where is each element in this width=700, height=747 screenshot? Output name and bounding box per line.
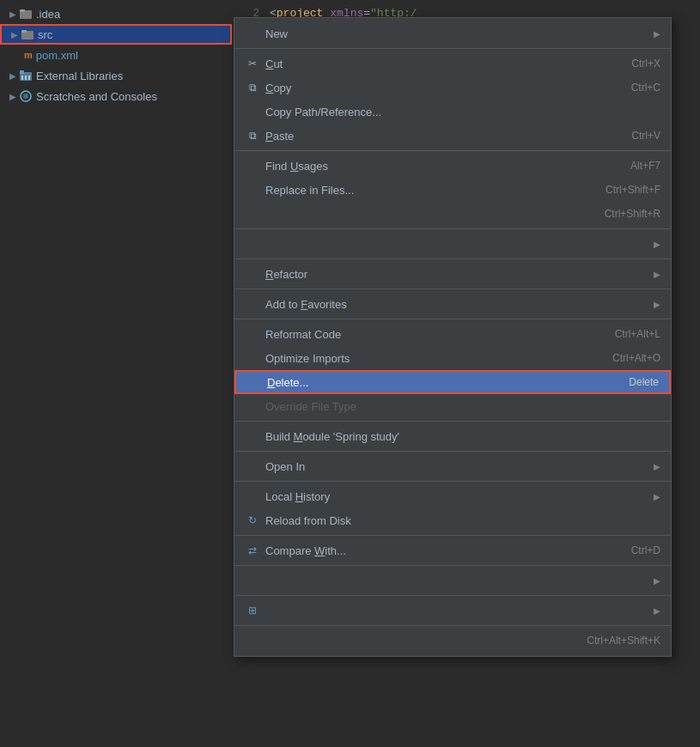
sidebar-label-idea: .idea xyxy=(36,8,60,21)
maven-icon: m xyxy=(24,50,33,60)
menu-label-new: New xyxy=(265,27,650,40)
menu-label-refactor: Refactor xyxy=(265,268,650,281)
compare-shortcut: Ctrl+D xyxy=(631,544,660,556)
sidebar-label-src: src xyxy=(38,28,52,41)
delete-shortcut: Delete xyxy=(629,376,659,388)
menu-item-diagrams[interactable]: ⊞ ▶ xyxy=(234,598,671,622)
menu-item-copy[interactable]: ⧉ Copy Ctrl+C xyxy=(234,76,671,100)
menu-label-optimize-imports: Optimize Imports xyxy=(265,352,612,365)
ext-lib-icon xyxy=(19,69,33,82)
idea-folder-icon xyxy=(19,7,33,21)
menu-label-local-history: Local History xyxy=(265,490,650,503)
sidebar-item-scratches[interactable]: ▶ Scratches and Consoles xyxy=(0,86,232,106)
analyze-icon xyxy=(245,236,260,252)
separator-3 xyxy=(234,228,671,229)
copy-icon: ⧉ xyxy=(245,80,260,95)
find-usages-shortcut: Alt+F7 xyxy=(630,160,660,172)
menu-item-copy-path[interactable]: Copy Path/Reference... xyxy=(234,100,671,124)
mark-dir-arrow-icon: ▶ xyxy=(654,576,660,586)
sidebar-item-idea[interactable]: ▶ .idea xyxy=(0,3,232,24)
favorites-arrow-icon: ▶ xyxy=(654,300,660,309)
menu-item-optimize-imports[interactable]: Optimize Imports Ctrl+Alt+O xyxy=(234,346,671,370)
copy-path-icon xyxy=(245,104,260,119)
menu-item-cut[interactable]: ✂ Cut Ctrl+X xyxy=(234,52,671,76)
menu-item-find-in-files[interactable]: Replace in Files... Ctrl+Shift+F xyxy=(234,178,671,202)
src-arrow-icon: ▶ xyxy=(9,28,21,40)
reformat-shortcut: Ctrl+Alt+L xyxy=(615,328,660,340)
ext-lib-arrow-icon: ▶ xyxy=(7,70,19,82)
menu-item-compare-with[interactable]: ⇄ Compare With... Ctrl+D xyxy=(234,538,671,562)
menu-item-convert-kotlin[interactable]: Ctrl+Alt+Shift+K xyxy=(234,629,671,653)
separator-1 xyxy=(234,48,671,49)
reformat-icon xyxy=(245,326,260,342)
kotlin-icon xyxy=(245,633,260,648)
menu-label-cut: Cut xyxy=(265,58,631,70)
find-in-files-shortcut: Ctrl+Shift+F xyxy=(606,184,660,196)
menu-item-replace-in-files[interactable]: Ctrl+Shift+R xyxy=(234,202,671,226)
menu-label-add-favorites: Add to Favorites xyxy=(265,298,650,311)
menu-item-reload[interactable]: ↻ Reload from Disk xyxy=(234,508,671,532)
menu-item-paste[interactable]: ⧉ Paste Ctrl+V xyxy=(234,124,671,148)
separator-11 xyxy=(234,565,671,566)
delete-icon xyxy=(247,374,262,390)
menu-item-build-module[interactable]: Build Module 'Spring study' xyxy=(234,424,671,448)
menu-label-build-module: Build Module 'Spring study' xyxy=(265,430,660,443)
menu-label-find-in-files: Replace in Files... xyxy=(265,184,606,197)
menu-item-local-history[interactable]: Local History ▶ xyxy=(234,484,671,508)
svg-rect-1 xyxy=(20,9,25,12)
menu-label-compare-with: Compare With... xyxy=(265,544,631,557)
diagrams-icon: ⊞ xyxy=(245,603,260,618)
separator-2 xyxy=(234,150,671,151)
diagrams-arrow-icon: ▶ xyxy=(654,606,660,616)
kotlin-shortcut: Ctrl+Alt+Shift+K xyxy=(587,635,660,647)
menu-label-reload: Reload from Disk xyxy=(265,514,660,527)
sidebar-item-src[interactable]: ▶ src xyxy=(0,24,232,45)
menu-label-open-in: Open In xyxy=(265,460,650,473)
cut-shortcut: Ctrl+X xyxy=(631,58,660,70)
menu-item-analyze[interactable]: ▶ xyxy=(234,232,671,256)
refactor-arrow-icon: ▶ xyxy=(654,270,660,279)
override-icon xyxy=(245,398,260,414)
menu-item-new[interactable]: New ▶ xyxy=(234,21,671,46)
separator-13 xyxy=(234,625,671,626)
menu-item-find-usages[interactable]: Find Usages Alt+F7 xyxy=(234,154,671,178)
paste-shortcut: Ctrl+V xyxy=(631,130,660,142)
scratches-arrow-icon: ▶ xyxy=(7,90,19,102)
separator-10 xyxy=(234,535,671,536)
new-icon xyxy=(245,26,260,41)
menu-item-override-file-type[interactable]: Override File Type xyxy=(234,394,671,418)
separator-9 xyxy=(234,481,671,482)
find-usages-icon xyxy=(245,158,260,173)
separator-8 xyxy=(234,451,671,452)
menu-label-copy-path: Copy Path/Reference... xyxy=(265,106,660,118)
menu-label-delete: Delete... xyxy=(267,376,629,389)
svg-rect-8 xyxy=(28,76,30,80)
svg-rect-7 xyxy=(25,76,27,80)
separator-4 xyxy=(234,258,671,259)
menu-item-mark-directory[interactable]: ▶ xyxy=(234,568,671,592)
menu-item-refactor[interactable]: Refactor ▶ xyxy=(234,262,671,286)
separator-6 xyxy=(234,319,671,319)
svg-rect-6 xyxy=(21,76,23,80)
menu-label-paste: Paste xyxy=(265,130,631,143)
menu-label-find-usages: Find Usages xyxy=(265,160,630,173)
menu-item-add-favorites[interactable]: Add to Favorites ▶ xyxy=(234,292,671,316)
favorites-icon xyxy=(245,296,260,312)
svg-point-10 xyxy=(23,94,28,99)
optimize-shortcut: Ctrl+Alt+O xyxy=(612,352,660,364)
menu-item-reformat[interactable]: Reformat Code Ctrl+Alt+L xyxy=(234,322,671,346)
sidebar-item-external-libraries[interactable]: ▶ External Libraries xyxy=(0,65,232,86)
local-history-arrow-icon: ▶ xyxy=(654,492,660,501)
idea-arrow-icon: ▶ xyxy=(7,8,19,20)
build-icon xyxy=(245,428,260,444)
paste-icon: ⧉ xyxy=(245,128,260,143)
menu-item-open-in[interactable]: Open In ▶ xyxy=(234,454,671,478)
copy-shortcut: Ctrl+C xyxy=(631,82,660,94)
sidebar: ▶ .idea ▶ src m pom.xml ▶ External Libra… xyxy=(0,0,232,747)
menu-label-override-file-type: Override File Type xyxy=(265,400,660,413)
menu-label-copy: Copy xyxy=(265,82,631,94)
svg-rect-3 xyxy=(21,30,27,33)
sidebar-item-pom[interactable]: m pom.xml xyxy=(0,45,232,65)
menu-item-delete[interactable]: Delete... Delete xyxy=(234,370,671,394)
menu-label-reformat: Reformat Code xyxy=(265,328,615,341)
